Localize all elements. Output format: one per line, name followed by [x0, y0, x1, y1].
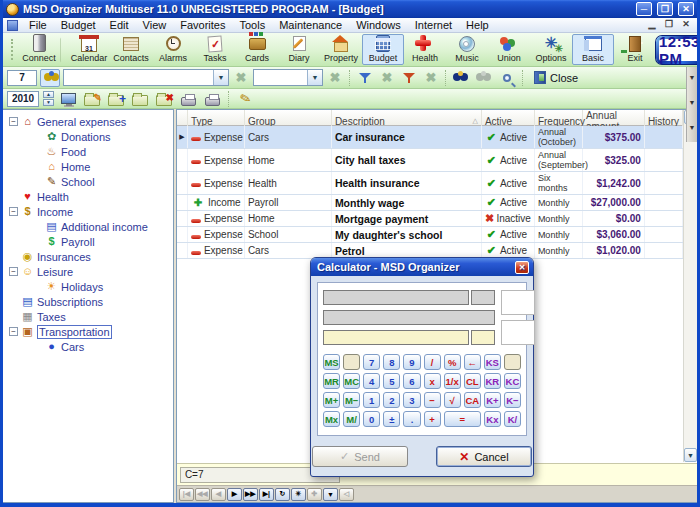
clear-color-filter-button[interactable]: ✖	[422, 70, 440, 85]
toolbar-button[interactable]: Music	[446, 34, 488, 65]
navigator-button[interactable]: ▶▶	[243, 488, 258, 501]
tree-item[interactable]: − Cars	[3, 339, 173, 354]
chevron-down-icon[interactable]: ▼	[307, 70, 322, 85]
tree-item[interactable]: − Home	[3, 159, 173, 174]
calculator-key[interactable]: 7	[363, 354, 380, 370]
tree-item[interactable]: − Donations	[3, 129, 173, 144]
zoom-view-button[interactable]	[497, 69, 517, 87]
menu-item[interactable]: Windows	[349, 18, 408, 32]
toolbar-button[interactable]: Property	[320, 34, 362, 65]
calculator-key[interactable]	[343, 354, 360, 370]
filter-button[interactable]	[355, 69, 375, 87]
navigator-button[interactable]: ✚	[307, 488, 322, 501]
calculator-key[interactable]: ←	[464, 354, 481, 370]
mdi-close-button[interactable]: ✕	[679, 19, 693, 31]
calculator-close-button[interactable]: ✕	[515, 261, 529, 274]
calculator-key[interactable]: 5	[383, 373, 400, 389]
toolbar-button[interactable]: Connect	[18, 34, 60, 65]
navigator-button[interactable]: ▶|	[259, 488, 274, 501]
calculator-key[interactable]: .	[403, 411, 420, 427]
tree-expander-icon[interactable]: −	[9, 327, 18, 336]
calculator-key[interactable]: K+	[484, 392, 501, 408]
type-filter-combo[interactable]: ▼	[253, 69, 323, 86]
calculator-key[interactable]: Mx	[323, 411, 340, 427]
toolbar-button[interactable]: Health	[404, 34, 446, 65]
calculator-key[interactable]: 4	[363, 373, 380, 389]
tree-item[interactable]: − Health	[3, 189, 173, 204]
calculator-key[interactable]: M−	[343, 392, 360, 408]
calculator-key[interactable]: −	[424, 392, 441, 408]
edit-record-button[interactable]	[82, 90, 102, 108]
tree-item[interactable]: − Taxes	[3, 309, 173, 324]
tree-item[interactable]: − Leisure	[3, 264, 173, 279]
menu-item[interactable]: View	[136, 18, 174, 32]
send-button[interactable]: ✓ Send	[312, 446, 408, 467]
color-filter-button[interactable]	[399, 69, 419, 87]
tree-item[interactable]: − General expenses	[3, 114, 173, 129]
print-preview-button[interactable]	[178, 90, 198, 108]
search-again-button[interactable]	[474, 69, 494, 87]
calculator-key[interactable]: %	[444, 354, 461, 370]
clear-filter-button[interactable]: ✖	[378, 70, 396, 85]
toolbar-button[interactable]: Basic	[572, 34, 614, 65]
navigator-button[interactable]: ◀◀	[195, 488, 210, 501]
minimize-button[interactable]: ─	[636, 2, 652, 16]
navigator-button[interactable]: |◀	[179, 488, 194, 501]
calculator-key[interactable]: 8	[383, 354, 400, 370]
tree-item[interactable]: − Additional income	[3, 219, 173, 234]
scroll-down-icon[interactable]: ▼	[684, 448, 697, 462]
calc-input-field[interactable]	[323, 330, 469, 345]
calculator-key[interactable]: /	[424, 354, 441, 370]
close-button[interactable]: ✕	[678, 2, 694, 16]
toolbar-overflow-button[interactable]: ▼	[687, 92, 697, 117]
table-row[interactable]: Expense Home Mortgage payment Inactive M…	[177, 211, 683, 227]
navigator-button[interactable]: ↻	[275, 488, 290, 501]
tree-view-toggle-button[interactable]	[40, 69, 60, 87]
toolbar-button[interactable]: Budget	[362, 34, 404, 65]
calculator-key[interactable]: CA	[464, 392, 481, 408]
menu-item[interactable]: Favorites	[173, 18, 232, 32]
navigator-button[interactable]: ✳	[291, 488, 306, 501]
calculator-key[interactable]: 1/x	[444, 373, 461, 389]
calculator-key[interactable]: K/	[504, 411, 521, 427]
calculator-key[interactable]: 2	[383, 392, 400, 408]
maximize-button[interactable]: ❐	[657, 2, 673, 16]
spin-up-icon[interactable]: ▲	[43, 91, 54, 98]
navigator-button[interactable]: ◀	[211, 488, 226, 501]
year-spinner[interactable]: ▲▼	[43, 91, 54, 106]
view-record-button[interactable]	[58, 90, 78, 108]
toolbar-button[interactable]: Tasks	[194, 34, 236, 65]
navigator-button[interactable]: ▶	[227, 488, 242, 501]
year-field[interactable]: 2010	[7, 91, 39, 107]
toolbar-button[interactable]: Exit	[614, 34, 656, 65]
calculator-key[interactable]: 1	[363, 392, 380, 408]
menu-item[interactable]: Tools	[232, 18, 272, 32]
calculator-key[interactable]: M+	[323, 392, 340, 408]
chevron-down-icon[interactable]: ▼	[213, 70, 228, 85]
open-record-button[interactable]	[130, 90, 150, 108]
navigator-button[interactable]: ◁	[339, 488, 354, 501]
delete-record-button[interactable]	[154, 90, 174, 108]
tree-item[interactable]: − Subscriptions	[3, 294, 173, 309]
mdi-minimize-button[interactable]: ▁	[645, 19, 659, 31]
tree-expander-icon[interactable]: −	[9, 207, 18, 216]
calculator-key[interactable]: 9	[403, 354, 420, 370]
toolbar-overflow-button[interactable]: ▼	[687, 67, 697, 92]
toolbar-button[interactable]	[60, 37, 68, 63]
calculator-key[interactable]: MS	[323, 354, 340, 370]
toolbar-overflow-button[interactable]: ▼	[687, 117, 697, 142]
menu-item[interactable]: Help	[459, 18, 496, 32]
close-view-button[interactable]: Close	[528, 70, 584, 85]
mdi-restore-button[interactable]: ❐	[662, 19, 676, 31]
group-filter-combo[interactable]: ▼	[63, 69, 229, 86]
calculator-key[interactable]: ±	[383, 411, 400, 427]
tree-item[interactable]: − Food	[3, 144, 173, 159]
tree-expander-icon[interactable]: −	[9, 117, 18, 126]
calculator-key[interactable]: MR	[323, 373, 340, 389]
tree-expander-icon[interactable]: −	[9, 267, 18, 276]
calculator-key[interactable]: KS	[484, 354, 501, 370]
toolbar-grip[interactable]	[11, 39, 13, 61]
mdi-document-icon[interactable]	[7, 20, 18, 31]
calculator-key[interactable]: √	[444, 392, 461, 408]
menu-item[interactable]: Edit	[103, 18, 136, 32]
